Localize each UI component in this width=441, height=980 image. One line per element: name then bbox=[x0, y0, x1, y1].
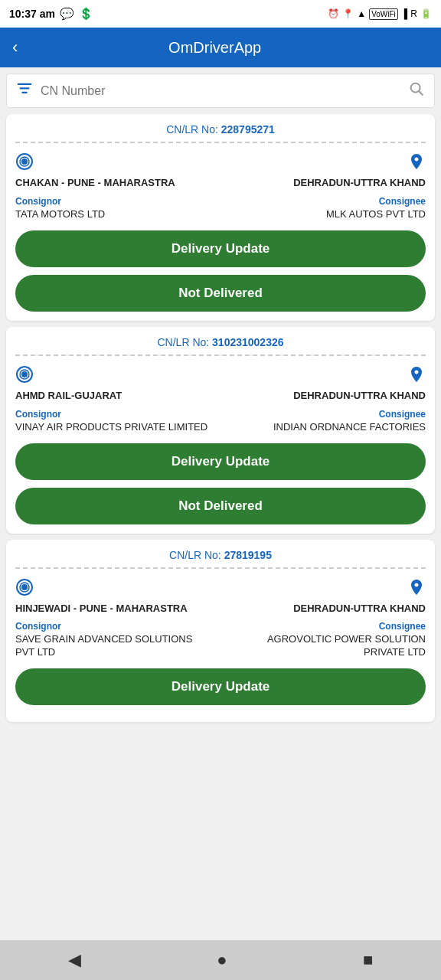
svg-rect-2 bbox=[21, 92, 27, 93]
cn-number-row-2: CN/LR No: 310231002326 bbox=[15, 336, 426, 356]
to-location-3: DEHRADUN-UTTRA KHAND bbox=[293, 578, 426, 616]
svg-point-9 bbox=[21, 371, 28, 377]
nav-back-button[interactable]: ◀ bbox=[53, 944, 96, 976]
cn-label-2: CN/LR No: bbox=[157, 336, 209, 348]
parties-row-1: Consignor TATA MOTORS LTD Consignee MLK … bbox=[15, 196, 426, 221]
consignee-label-1: Consignee bbox=[326, 196, 426, 207]
locations-row-2: AHMD RAIL-GUJARAT DEHRADUN-UTTRA KHAND bbox=[15, 365, 426, 403]
filter-icon bbox=[16, 80, 33, 101]
to-text-3: DEHRADUN-UTTRA KHAND bbox=[293, 603, 426, 616]
consignee-right-2: Consignee INDIAN ORDNANCE FACTORIES bbox=[273, 409, 426, 434]
search-bar bbox=[6, 74, 435, 108]
consignee-label-2: Consignee bbox=[273, 409, 426, 420]
cn-number-row-3: CN/LR No: 27819195 bbox=[15, 549, 426, 569]
not-delivered-btn-1[interactable]: Not Delivered bbox=[15, 275, 426, 312]
from-text-2: AHMD RAIL-GUJARAT bbox=[15, 390, 122, 403]
parties-row-2: Consignor VINAY AIR PRODUCTS PRIVATE LIM… bbox=[15, 409, 426, 434]
consignor-label-1: Consignor bbox=[15, 196, 105, 207]
cn-number-row-1: CN/LR No: 228795271 bbox=[15, 123, 426, 143]
phone-icon: 💲 bbox=[79, 7, 93, 21]
app-bar: ‹ OmDriverApp bbox=[0, 28, 441, 67]
status-bar: 10:37 am 💬 💲 ⏰ 📍 ▲ VoWiFi ▐ R 🔋 bbox=[0, 0, 441, 28]
from-location-1: CHAKAN - PUNE - MAHARASTRA bbox=[15, 152, 175, 190]
svg-rect-0 bbox=[18, 83, 31, 85]
alarm-icon: ⏰ bbox=[328, 8, 339, 19]
r-badge: R bbox=[410, 8, 417, 19]
locations-row-1: CHAKAN - PUNE - MAHARASTRA DEHRADUN-UTTR… bbox=[15, 152, 426, 190]
signal-icon: ▐ bbox=[401, 8, 408, 19]
dest-icon-1 bbox=[407, 152, 426, 175]
status-left: 10:37 am 💬 💲 bbox=[9, 7, 93, 21]
cn-value-1: 228795271 bbox=[221, 123, 275, 136]
nav-recents-button[interactable]: ■ bbox=[348, 944, 388, 976]
consignee-label-3: Consignee bbox=[229, 621, 426, 632]
origin-icon-3 bbox=[15, 578, 34, 601]
from-text-3: HINJEWADI - PUNE - MAHARASTRA bbox=[15, 603, 188, 616]
delivery-update-btn-2[interactable]: Delivery Update bbox=[15, 443, 426, 480]
locations-row-3: HINJEWADI - PUNE - MAHARASTRA DEHRADUN-U… bbox=[15, 578, 426, 616]
consignor-left-2: Consignor VINAY AIR PRODUCTS PRIVATE LIM… bbox=[15, 409, 207, 434]
origin-icon-2 bbox=[15, 365, 34, 388]
search-input[interactable] bbox=[41, 84, 408, 98]
consignor-name-3: SAVE GRAIN ADVANCED SOLUTIONS PVT LTD bbox=[15, 633, 212, 659]
dest-icon-2 bbox=[407, 365, 426, 388]
parties-row-3: Consignor SAVE GRAIN ADVANCED SOLUTIONS … bbox=[15, 621, 426, 659]
consignee-right-1: Consignee MLK AUTOS PVT LTD bbox=[326, 196, 426, 221]
location-icon: 📍 bbox=[342, 8, 354, 19]
to-location-1: DEHRADUN-UTTRA KHAND bbox=[293, 152, 426, 190]
consignor-label-3: Consignor bbox=[15, 621, 212, 632]
battery-icon: 🔋 bbox=[420, 8, 432, 19]
consignee-name-1: MLK AUTOS PVT LTD bbox=[326, 208, 426, 221]
consignee-name-2: INDIAN ORDNANCE FACTORIES bbox=[273, 421, 426, 434]
delivery-update-btn-1[interactable]: Delivery Update bbox=[15, 230, 426, 267]
consignor-left-3: Consignor SAVE GRAIN ADVANCED SOLUTIONS … bbox=[15, 621, 212, 659]
svg-point-12 bbox=[21, 584, 28, 590]
to-location-2: DEHRADUN-UTTRA KHAND bbox=[293, 365, 426, 403]
consignor-label-2: Consignor bbox=[15, 409, 207, 420]
from-text-1: CHAKAN - PUNE - MAHARASTRA bbox=[15, 177, 175, 190]
not-delivered-btn-2[interactable]: Not Delivered bbox=[15, 488, 426, 524]
consignor-name-1: TATA MOTORS LTD bbox=[15, 208, 105, 221]
app-title: OmDriverApp bbox=[30, 39, 400, 57]
shipment-card-1: CN/LR No: 228795271 CHAKAN - PUNE - MAHA… bbox=[6, 114, 435, 321]
nav-home-button[interactable]: ● bbox=[201, 944, 242, 976]
shipment-card-2: CN/LR No: 310231002326 AHMD RAIL-GUJARAT bbox=[6, 327, 435, 534]
wifi-icon: ▲ bbox=[357, 8, 366, 19]
to-text-1: DEHRADUN-UTTRA KHAND bbox=[293, 177, 426, 190]
consignee-name-3: AGROVOLTIC POWER SOLUTION PRIVATE LTD bbox=[229, 633, 426, 659]
consignee-right-3: Consignee AGROVOLTIC POWER SOLUTION PRIV… bbox=[229, 621, 426, 659]
to-text-2: DEHRADUN-UTTRA KHAND bbox=[293, 390, 426, 403]
delivery-update-btn-3[interactable]: Delivery Update bbox=[15, 668, 426, 705]
cn-label-3: CN/LR No: bbox=[169, 549, 221, 561]
svg-point-6 bbox=[21, 158, 28, 165]
status-right: ⏰ 📍 ▲ VoWiFi ▐ R 🔋 bbox=[328, 8, 432, 20]
consignor-name-2: VINAY AIR PRODUCTS PRIVATE LIMITED bbox=[15, 421, 207, 434]
dest-icon-3 bbox=[407, 578, 426, 601]
origin-icon-1 bbox=[15, 152, 34, 175]
bottom-nav: ◀ ● ■ bbox=[0, 940, 441, 980]
consignor-left-1: Consignor TATA MOTORS LTD bbox=[15, 196, 105, 221]
cn-value-2: 310231002326 bbox=[212, 336, 283, 348]
shipment-card-3: CN/LR No: 27819195 HINJEWADI - PUNE - MA… bbox=[6, 540, 435, 723]
whatsapp-icon: 💬 bbox=[60, 7, 74, 21]
svg-line-4 bbox=[419, 91, 423, 95]
status-time: 10:37 am bbox=[9, 8, 55, 20]
svg-rect-1 bbox=[20, 87, 30, 89]
cn-label-1: CN/LR No: bbox=[166, 123, 218, 136]
search-icon[interactable] bbox=[408, 80, 425, 101]
back-button[interactable]: ‹ bbox=[12, 38, 18, 57]
from-location-3: HINJEWADI - PUNE - MAHARASTRA bbox=[15, 578, 188, 616]
from-location-2: AHMD RAIL-GUJARAT bbox=[15, 365, 122, 403]
vowifi-badge: VoWiFi bbox=[369, 8, 398, 20]
cn-value-3: 27819195 bbox=[224, 549, 272, 561]
svg-point-3 bbox=[411, 83, 420, 93]
